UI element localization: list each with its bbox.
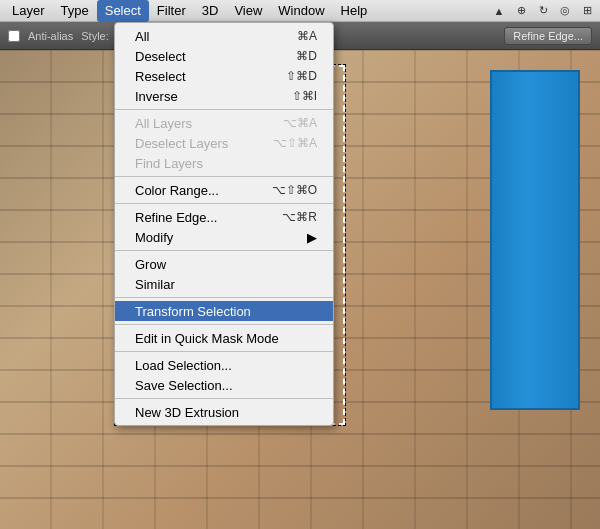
menu-item-label: Save Selection... bbox=[135, 378, 233, 393]
menu-item-label: Inverse bbox=[135, 89, 178, 104]
menu-item-shortcut: ⌘A bbox=[297, 29, 317, 43]
menu-item-label: Load Selection... bbox=[135, 358, 232, 373]
menubar: Layer Type Select Filter 3D View Window … bbox=[0, 0, 600, 22]
menu-item-shortcut: ⌥⇧⌘O bbox=[272, 183, 317, 197]
menu-item-save-selection[interactable]: Save Selection... bbox=[115, 375, 333, 395]
menu-item-color-range[interactable]: Color Range...⌥⇧⌘O bbox=[115, 180, 333, 200]
refine-edge-toolbar-button[interactable]: Refine Edge... bbox=[504, 27, 592, 45]
menu-item-inverse[interactable]: Inverse⇧⌘I bbox=[115, 86, 333, 106]
cloud-icon: ▲ bbox=[490, 2, 508, 20]
menu-item-similar[interactable]: Similar bbox=[115, 274, 333, 294]
menu-item-label: Modify bbox=[135, 230, 173, 245]
anti-alias-checkbox[interactable] bbox=[8, 30, 20, 42]
menu-item-shortcut: ⇧⌘I bbox=[292, 89, 317, 103]
menu-item-shortcut: ⌘D bbox=[296, 49, 317, 63]
select-menu-dropdown: All⌘ADeselect⌘DReselect⇧⌘DInverse⇧⌘IAll … bbox=[114, 22, 334, 426]
menu-separator bbox=[115, 297, 333, 298]
menu-item-deselect[interactable]: Deselect⌘D bbox=[115, 46, 333, 66]
menu-item-label: Grow bbox=[135, 257, 166, 272]
eye-icon: ◎ bbox=[556, 2, 574, 20]
menubar-item-view[interactable]: View bbox=[226, 0, 270, 22]
menubar-right-icons: ▲ ⊕ ↻ ◎ ⊞ bbox=[490, 2, 596, 20]
menu-item-new-3d-extrusion[interactable]: New 3D Extrusion bbox=[115, 402, 333, 422]
menu-item-shortcut: ⌥⌘R bbox=[282, 210, 317, 224]
anti-alias-label: Anti-alias bbox=[28, 30, 73, 42]
menu-item-label: New 3D Extrusion bbox=[135, 405, 239, 420]
menubar-item-help[interactable]: Help bbox=[333, 0, 376, 22]
menu-item-label: All Layers bbox=[135, 116, 192, 131]
menu-separator bbox=[115, 176, 333, 177]
shutter-right bbox=[490, 70, 580, 410]
style-label: Style: bbox=[81, 30, 109, 42]
menu-item-label: Find Layers bbox=[135, 156, 203, 171]
menu-item-transform-selection[interactable]: Transform Selection bbox=[115, 301, 333, 321]
menu-separator bbox=[115, 351, 333, 352]
menu-item-label: Refine Edge... bbox=[135, 210, 217, 225]
menu-separator bbox=[115, 398, 333, 399]
menubar-item-select[interactable]: Select bbox=[97, 0, 149, 22]
menu-item-label: All bbox=[135, 29, 149, 44]
menu-item-label: Deselect Layers bbox=[135, 136, 228, 151]
menubar-item-3d[interactable]: 3D bbox=[194, 0, 227, 22]
menu-item-label: Color Range... bbox=[135, 183, 219, 198]
menu-item-arrow: ▶ bbox=[307, 230, 317, 245]
menubar-item-filter[interactable]: Filter bbox=[149, 0, 194, 22]
menu-separator bbox=[115, 203, 333, 204]
menu-item-edit-quick-mask[interactable]: Edit in Quick Mask Mode bbox=[115, 328, 333, 348]
menubar-item-layer[interactable]: Layer bbox=[4, 0, 53, 22]
menu-separator bbox=[115, 109, 333, 110]
menu-item-find-layers: Find Layers bbox=[115, 153, 333, 173]
menu-item-shortcut: ⇧⌘D bbox=[286, 69, 317, 83]
menu-item-refine-edge[interactable]: Refine Edge...⌥⌘R bbox=[115, 207, 333, 227]
menu-item-all-layers: All Layers⌥⌘A bbox=[115, 113, 333, 133]
menu-item-reselect[interactable]: Reselect⇧⌘D bbox=[115, 66, 333, 86]
menu-item-shortcut: ⌥⇧⌘A bbox=[273, 136, 317, 150]
menubar-item-type[interactable]: Type bbox=[53, 0, 97, 22]
menu-item-deselect-layers: Deselect Layers⌥⇧⌘A bbox=[115, 133, 333, 153]
menu-item-load-selection[interactable]: Load Selection... bbox=[115, 355, 333, 375]
menu-item-all[interactable]: All⌘A bbox=[115, 26, 333, 46]
menu-separator bbox=[115, 250, 333, 251]
menu-item-label: Reselect bbox=[135, 69, 186, 84]
menu-item-shortcut: ⌥⌘A bbox=[283, 116, 317, 130]
menu-item-label: Transform Selection bbox=[135, 304, 251, 319]
bridge-icon: ⊕ bbox=[512, 2, 530, 20]
menu-item-label: Edit in Quick Mask Mode bbox=[135, 331, 279, 346]
sync-icon: ↻ bbox=[534, 2, 552, 20]
menu-item-label: Deselect bbox=[135, 49, 186, 64]
menu-item-label: Similar bbox=[135, 277, 175, 292]
menu-separator bbox=[115, 324, 333, 325]
apps-icon: ⊞ bbox=[578, 2, 596, 20]
menu-item-modify[interactable]: Modify▶ bbox=[115, 227, 333, 247]
menu-item-grow[interactable]: Grow bbox=[115, 254, 333, 274]
menubar-item-window[interactable]: Window bbox=[270, 0, 332, 22]
